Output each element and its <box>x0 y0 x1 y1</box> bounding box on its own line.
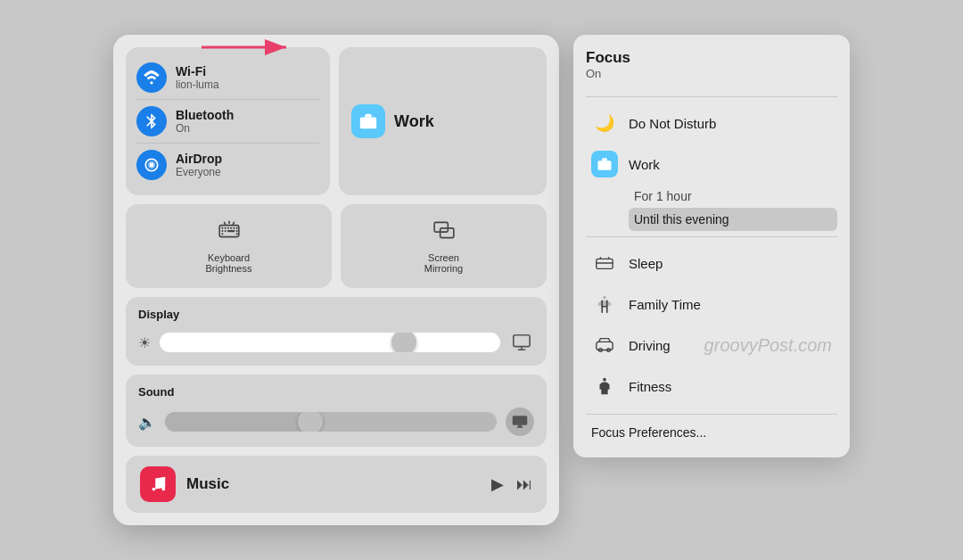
focus-item-sleep[interactable]: Sleep <box>586 243 837 284</box>
bluetooth-icon <box>143 112 160 130</box>
wifi-sub: lion-luma <box>176 78 219 91</box>
submenu-until-evening[interactable]: Until this evening <box>629 208 837 231</box>
airdrop-icon-bg <box>136 150 167 180</box>
sleep-label: Sleep <box>629 256 663 271</box>
family-time-svg <box>595 294 614 314</box>
wifi-icon <box>143 69 160 86</box>
fitness-label: Fitness <box>629 379 671 394</box>
svg-line-19 <box>224 222 225 224</box>
music-note-icon <box>148 474 168 494</box>
fitness-svg <box>595 376 614 396</box>
top-section: Wi-Fi lion-luma Bluetooth On <box>126 47 547 195</box>
screen-mirroring-label: ScreenMirroring <box>424 252 463 274</box>
submenu-for-1-hour[interactable]: For 1 hour <box>629 185 837 208</box>
work-badge-svg <box>597 156 613 172</box>
work-focus-row-icon <box>591 151 618 177</box>
work-focus-label: Work <box>394 112 434 131</box>
airdrop-sub: Everyone <box>176 166 222 178</box>
svg-rect-21 <box>440 228 453 238</box>
volume-icon: 🔈 <box>138 414 156 431</box>
work-focus-item: Work For 1 hour Until this evening <box>586 144 837 231</box>
focus-item-dnd[interactable]: 🌙 Do Not Disturb <box>586 103 837 144</box>
family-time-label: Family Time <box>629 297 701 312</box>
annotation-arrow <box>197 31 295 70</box>
bluetooth-icon-bg <box>136 106 167 136</box>
wifi-icon-bg <box>136 62 167 93</box>
airplay-icon[interactable] <box>506 408 534 436</box>
svg-rect-22 <box>514 335 530 347</box>
display-slider-row: ☀ <box>138 330 534 355</box>
bluetooth-item[interactable]: Bluetooth On <box>136 100 319 144</box>
music-icon <box>140 466 176 502</box>
focus-bottom: Focus Preferences... <box>586 414 837 443</box>
monitor-icon <box>509 330 534 355</box>
music-controls: ▶ ⏭ <box>491 474 532 494</box>
display-slider-track[interactable] <box>160 333 500 352</box>
divider-2 <box>586 236 837 237</box>
bluetooth-sub: On <box>176 122 234 135</box>
work-icon-svg <box>358 111 378 131</box>
screen-mirroring-svg <box>432 218 456 242</box>
play-button[interactable]: ▶ <box>491 474 504 494</box>
svg-rect-26 <box>598 161 612 170</box>
svg-rect-27 <box>597 259 613 268</box>
focus-status: On <box>586 67 837 80</box>
work-focus-icon <box>351 104 385 138</box>
airdrop-text: AirDrop Everyone <box>176 152 222 178</box>
work-focus-row[interactable]: Work <box>586 144 837 185</box>
screen-mirroring-tile[interactable]: ScreenMirroring <box>341 204 547 288</box>
divider-1 <box>586 96 837 97</box>
svg-rect-20 <box>434 222 448 232</box>
airplay-svg <box>512 414 528 430</box>
fitness-icon <box>591 373 618 399</box>
work-submenu: For 1 hour Until this evening <box>586 185 837 231</box>
focus-title: Focus <box>586 49 837 67</box>
driving-svg <box>595 335 614 355</box>
work-focus-button[interactable]: Work <box>339 47 547 195</box>
sound-section: Sound 🔈 <box>126 375 547 447</box>
svg-point-2 <box>150 163 154 168</box>
screen-mirroring-icon <box>432 218 456 247</box>
watermark: groovyPost.com <box>704 335 832 356</box>
svg-point-34 <box>603 378 606 382</box>
sound-title: Sound <box>138 385 534 399</box>
focus-item-fitness[interactable]: Fitness <box>586 366 837 407</box>
focus-preferences[interactable]: Focus Preferences... <box>586 422 837 443</box>
music-label: Music <box>186 475 481 493</box>
control-center: Wi-Fi lion-luma Bluetooth On <box>113 35 559 525</box>
dnd-label: Do Not Disturb <box>629 116 716 131</box>
svg-rect-3 <box>360 117 376 128</box>
music-section: Music ▶ ⏭ <box>126 456 547 513</box>
dnd-icon: 🌙 <box>591 110 618 136</box>
keyboard-brightness-icon <box>218 218 241 247</box>
focus-item-family[interactable]: Family Time <box>586 284 837 325</box>
airdrop-item[interactable]: AirDrop Everyone <box>136 144 319 186</box>
tiles-row: KeyboardBrightness ScreenMirroring <box>126 204 547 288</box>
family-time-icon <box>591 291 618 317</box>
display-title: Display <box>138 308 534 321</box>
display-slider-thumb[interactable] <box>391 333 416 352</box>
airdrop-icon <box>143 156 160 174</box>
focus-item-driving[interactable]: Driving groovyPost.com <box>586 325 837 366</box>
work-item-label: Work <box>629 157 660 172</box>
sound-slider-row: 🔈 <box>138 408 534 436</box>
brightness-icon: ☀ <box>138 334 151 351</box>
bluetooth-text: Bluetooth On <box>176 108 234 135</box>
fast-forward-button[interactable]: ⏭ <box>516 475 532 494</box>
focus-panel: Focus On 🌙 Do Not Disturb Work For 1 hou <box>573 35 850 457</box>
airdrop-name: AirDrop <box>176 152 222 166</box>
sound-slider-track[interactable] <box>165 412 497 432</box>
keyboard-brightness-label: KeyboardBrightness <box>206 252 252 274</box>
driving-icon <box>591 332 618 358</box>
sleep-icon <box>591 250 618 276</box>
svg-line-18 <box>233 222 234 224</box>
keyboard-brightness-tile[interactable]: KeyboardBrightness <box>126 204 332 288</box>
sound-slider-thumb[interactable] <box>298 412 323 432</box>
sleep-svg <box>595 253 614 273</box>
focus-header: Focus On <box>586 49 837 89</box>
driving-label: Driving <box>629 338 671 353</box>
display-section: Display ☀ <box>126 297 547 366</box>
bluetooth-name: Bluetooth <box>176 108 234 122</box>
